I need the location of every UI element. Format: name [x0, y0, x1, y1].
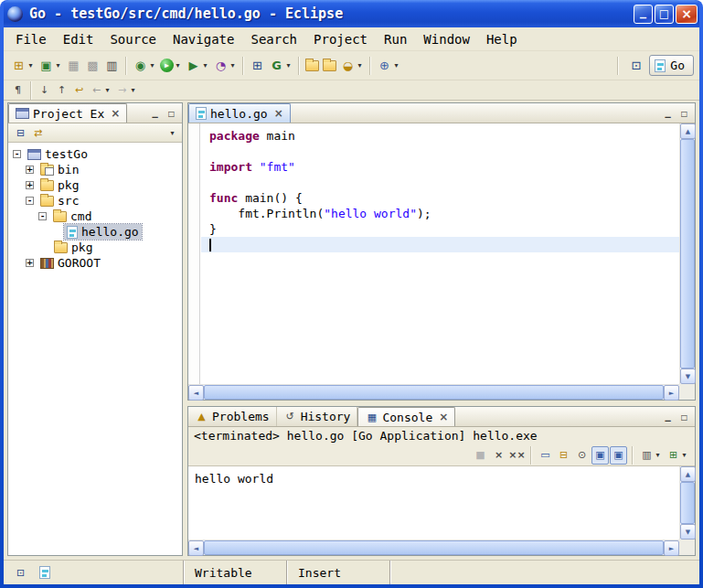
menu-window[interactable]: Window [415, 29, 478, 49]
team-sync-button[interactable]: ⊕ ▾ [375, 55, 402, 77]
code-editor[interactable]: package main import "fmt" func main() { … [188, 123, 695, 400]
tree-item-goroot[interactable]: + GOROOT [8, 255, 182, 271]
annotation-ruler[interactable] [188, 123, 200, 384]
last-edit-location-button[interactable]: ↩ [70, 81, 88, 99]
print-button[interactable]: ▥ [102, 55, 122, 77]
new-go-file-dropdown[interactable]: ▾ [54, 61, 62, 69]
forward-dropdown[interactable]: ▾ [129, 86, 137, 94]
minimize-view-button[interactable]: ▁ [661, 107, 675, 120]
scroll-left-icon[interactable]: ◄ [188, 540, 204, 556]
tree-item-testgo[interactable]: - testGo [8, 146, 182, 162]
view-menu-button[interactable]: ▾ [166, 122, 178, 144]
expander-icon[interactable]: + [26, 259, 34, 267]
scrollbar-thumb[interactable] [680, 139, 695, 369]
tab-project-explorer[interactable]: Project Ex × [8, 103, 127, 123]
display-console-dropdown[interactable]: ▾ [654, 451, 662, 459]
scroll-right-icon[interactable]: ► [664, 540, 679, 556]
clear-console-button[interactable]: ▭ [537, 446, 554, 465]
previous-annotation-button[interactable]: ↑ [53, 81, 70, 99]
back-dropdown[interactable]: ▾ [103, 86, 112, 94]
scroll-left-icon[interactable]: ◄ [188, 385, 204, 401]
tree-item-pkg[interactable]: + pkg [8, 177, 182, 193]
remove-launch-button[interactable]: × [490, 446, 507, 465]
scroll-lock-button[interactable]: ⊟ [555, 446, 572, 465]
go-trim-button[interactable] [36, 564, 53, 582]
next-annotation-button[interactable]: ↓ [36, 81, 53, 99]
debug-button[interactable]: ◉ ▾ [131, 55, 158, 77]
display-selected-console-button[interactable]: ▥ ▾ [638, 446, 664, 465]
save-all-button[interactable]: ▩ [83, 55, 102, 77]
console-output-area[interactable]: hello world ▲ ▼ ◄ ► [188, 465, 695, 555]
open-file-button[interactable] [321, 55, 338, 77]
new-go-file-button[interactable]: ▣ ▾ [37, 55, 64, 77]
scroll-down-icon[interactable]: ▼ [680, 524, 696, 540]
expander-icon[interactable]: + [26, 166, 34, 174]
profile-button[interactable]: ◔ ▾ [211, 55, 239, 77]
tree-item-bin[interactable]: + bin [8, 162, 182, 177]
tree-item-src[interactable]: - src [8, 193, 182, 208]
open-perspective-button[interactable]: ⊡ [626, 55, 645, 77]
save-button[interactable]: ▦ [64, 55, 83, 77]
expander-icon[interactable]: + [26, 181, 34, 189]
title-bar[interactable]: Go - testGo/src/cmd/hello.go - Eclipse ▁… [4, 0, 699, 27]
close-tab-icon[interactable]: × [439, 411, 448, 423]
open-console-button[interactable]: ⊞ ▾ [665, 446, 690, 465]
scroll-up-icon[interactable]: ▲ [680, 466, 696, 482]
debug-dropdown[interactable]: ▾ [148, 61, 156, 69]
tab-hello-go[interactable]: hello.go × [188, 103, 291, 123]
terminate-button[interactable]: ■ [472, 446, 489, 465]
expander-icon[interactable]: - [38, 212, 47, 220]
forward-button[interactable]: → ▾ [113, 81, 139, 99]
open-folder-button[interactable] [304, 55, 321, 77]
menu-search[interactable]: Search [242, 29, 305, 49]
scrollbar-thumb[interactable] [204, 540, 664, 555]
show-stderr-button[interactable]: ▣ [610, 446, 627, 465]
scroll-up-icon[interactable]: ▲ [680, 123, 696, 139]
close-tab-icon[interactable]: × [111, 107, 120, 120]
menu-file[interactable]: File [7, 29, 55, 49]
new-wizard-button[interactable]: ⊞ ▾ [9, 55, 37, 77]
menu-run[interactable]: Run [376, 29, 415, 49]
team-sync-dropdown[interactable]: ▾ [392, 61, 400, 69]
tab-problems[interactable]: ▲ Problems [188, 407, 277, 426]
collapse-all-button[interactable]: ⊟ [12, 122, 29, 144]
fast-view-button[interactable]: ⊡ [12, 564, 29, 582]
maximize-view-button[interactable]: □ [165, 107, 178, 120]
minimize-view-button[interactable]: ▁ [661, 411, 675, 423]
console-horizontal-scrollbar[interactable]: ◄ ► [188, 540, 679, 555]
back-button[interactable]: ← ▾ [88, 81, 113, 99]
search-button[interactable]: ◒ ▾ [338, 55, 366, 77]
link-with-editor-button[interactable]: ⇄ [29, 122, 47, 144]
tab-console[interactable]: ▦ Console × [357, 407, 455, 426]
editor-horizontal-scrollbar[interactable]: ◄ ► [188, 384, 679, 400]
scroll-down-icon[interactable]: ▼ [680, 369, 696, 384]
menu-source[interactable]: Source [101, 29, 165, 49]
search-dropdown[interactable]: ▾ [356, 61, 364, 69]
scrollbar-thumb[interactable] [680, 482, 695, 524]
tree-item-cmd[interactable]: - cmd [8, 208, 182, 224]
menu-edit[interactable]: Edit [55, 29, 102, 49]
tree-item-hello-go[interactable]: hello.go [8, 224, 182, 240]
external-tools-button[interactable]: ▶ ▾ [184, 55, 211, 77]
scroll-right-icon[interactable]: ► [664, 385, 679, 401]
profile-dropdown[interactable]: ▾ [229, 61, 237, 69]
run-button[interactable]: ▶ ▾ [158, 55, 184, 77]
show-stdout-button[interactable]: ▣ [591, 446, 609, 465]
maximize-button[interactable]: □ [655, 5, 674, 24]
menu-project[interactable]: Project [305, 29, 376, 49]
external-tools-dropdown[interactable]: ▾ [201, 61, 209, 69]
run-dropdown[interactable]: ▾ [174, 61, 182, 69]
editor-vertical-scrollbar[interactable]: ▲ ▼ [679, 123, 695, 384]
console-vertical-scrollbar[interactable]: ▲ ▼ [679, 466, 695, 540]
toggle-annotations-button[interactable]: ¶ [9, 81, 27, 99]
pin-console-button[interactable]: ⊙ [573, 446, 591, 465]
new-wizard-dropdown[interactable]: ▾ [27, 61, 35, 69]
maximize-view-button[interactable]: □ [677, 411, 691, 423]
tab-history[interactable]: ↺ History [277, 407, 358, 426]
close-button[interactable]: × [676, 5, 698, 24]
code-area[interactable]: package main import "fmt" func main() { … [201, 123, 679, 384]
minimize-button[interactable]: ▁ [634, 5, 653, 24]
minimize-view-button[interactable]: ▁ [148, 107, 162, 120]
scrollbar-thumb[interactable] [204, 385, 664, 400]
close-tab-icon[interactable]: × [274, 107, 283, 120]
